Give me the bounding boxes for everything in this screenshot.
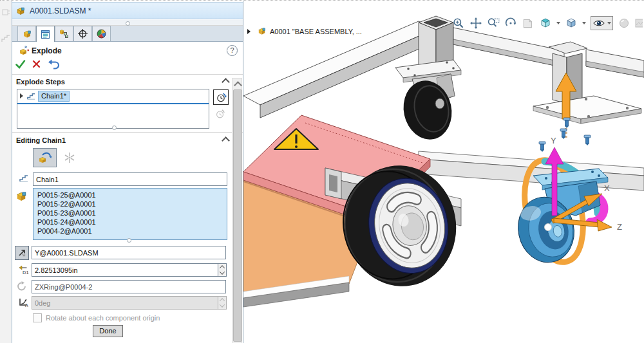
explode-feature-icon xyxy=(18,45,30,57)
displaymanager-tab[interactable] xyxy=(92,26,111,41)
rotate-view-icon[interactable] xyxy=(504,17,517,30)
explode-step-time-disabled-button xyxy=(214,108,226,120)
panel-title: Explode xyxy=(32,46,62,55)
caster-mount-plate[interactable] xyxy=(533,96,641,124)
tree-root-label[interactable]: A0001 "BASE ASSEMBLY, ... xyxy=(270,28,362,35)
feature-tree-edge-strip xyxy=(0,1,12,343)
configurationmanager-tab[interactable] xyxy=(55,26,73,41)
ok-button[interactable] xyxy=(15,59,26,70)
assembly-icon xyxy=(257,26,267,36)
section-view-icon[interactable] xyxy=(539,17,552,30)
rotation-angle-input xyxy=(32,296,218,310)
scrollbar-thumb[interactable] xyxy=(233,89,242,342)
expand-step-icon[interactable] xyxy=(20,93,23,98)
collapse-editing-icon[interactable] xyxy=(222,136,230,145)
configurationmanager-icon xyxy=(59,28,70,39)
document-title: A0001.SLDASM * xyxy=(30,6,91,15)
radial-explode-icon xyxy=(62,151,77,165)
clock-arrow-gray-icon xyxy=(214,108,226,120)
angle-icon-label: A xyxy=(25,303,28,308)
rotation-axis-icon xyxy=(16,281,28,292)
chain-pattern-button[interactable] xyxy=(33,148,57,167)
component-item[interactable]: P0015-25@A0001 xyxy=(33,190,227,199)
display-style-caret-icon[interactable] xyxy=(582,22,586,24)
explode-distance-input[interactable] xyxy=(32,263,218,277)
displaymanager-colorwheel-icon xyxy=(96,28,107,39)
zoom-to-fit-icon[interactable] xyxy=(452,17,465,30)
chain-pattern-icon xyxy=(37,150,53,165)
featuremanager-tab[interactable] xyxy=(17,26,36,41)
done-button[interactable]: Done xyxy=(93,325,123,337)
frame-rail-top[interactable] xyxy=(453,28,564,68)
faint-steps-icon xyxy=(1,34,10,43)
rotate-origin-checkbox xyxy=(33,313,42,322)
assembly-document-icon xyxy=(15,6,26,16)
components-list[interactable]: P0015-25@A0001P0015-22@A0001P0015-23@A00… xyxy=(33,188,227,240)
flyout-feature-tree[interactable]: A0001 "BASE ASSEMBLY, ... xyxy=(247,26,362,36)
explode-step-row[interactable]: Chain1* xyxy=(17,89,209,102)
mounted-caster[interactable] xyxy=(395,60,461,144)
clock-arrow-icon xyxy=(215,91,227,104)
chain-name-icon xyxy=(19,173,29,183)
direction-arrow-icon xyxy=(17,248,27,258)
action-row xyxy=(15,59,60,70)
panel-title-bar: A0001.SLDASM * xyxy=(12,2,243,19)
insertion-line xyxy=(17,103,209,104)
splitter-handle[interactable] xyxy=(126,21,130,26)
panel-scrollbar[interactable] xyxy=(232,78,242,343)
list-resize-handle[interactable] xyxy=(127,238,131,243)
undo-button[interactable] xyxy=(47,59,60,70)
component-item[interactable]: P0015-24@A0001 xyxy=(33,218,227,227)
section-view-caret-icon[interactable] xyxy=(556,22,560,24)
rotation-axis-input[interactable] xyxy=(32,280,226,293)
propertymanager-icon xyxy=(40,29,51,40)
component-item[interactable]: P0004-2@A0001 xyxy=(33,227,227,236)
radial-step-disabled-button xyxy=(61,149,78,166)
dimxpertmanager-tab[interactable] xyxy=(73,26,92,41)
explode-step-time-button[interactable] xyxy=(213,89,229,105)
previous-view-icon xyxy=(522,17,535,30)
scroll-up-icon[interactable] xyxy=(234,81,242,89)
chain-step-icon xyxy=(26,91,36,101)
hide-show-caret-icon[interactable] xyxy=(607,22,611,24)
component-item[interactable]: P0015-23@A0001 xyxy=(33,209,227,218)
hide-show-items-button[interactable] xyxy=(591,16,613,30)
rotation-angle-icon: A xyxy=(17,297,30,309)
explode-steps-list[interactable]: Chain1* xyxy=(17,89,209,129)
cancel-button[interactable] xyxy=(32,59,41,69)
explode-steps-label: Explode Steps xyxy=(16,78,65,86)
exploded-caster[interactable]: Y X Z xyxy=(512,136,622,268)
explode-step-name[interactable]: Chain1* xyxy=(38,91,70,102)
list-resize-handle[interactable] xyxy=(112,125,117,130)
panel-splitter[interactable] xyxy=(12,20,243,26)
explode-direction-input[interactable] xyxy=(32,246,226,259)
featuremanager-icon xyxy=(22,29,32,39)
collapse-explode-steps-icon[interactable] xyxy=(222,78,230,86)
explode-distance-icon: D1 xyxy=(17,264,29,275)
rotate-origin-label: Rotate about each component origin xyxy=(46,314,160,322)
angle-spinner-disabled xyxy=(218,296,227,310)
triad-origin-dot[interactable] xyxy=(545,224,552,231)
graphics-viewport[interactable]: Y X Z A0001 "BASE ASSEMBLY, ... xyxy=(243,1,644,343)
reverse-direction-button[interactable] xyxy=(15,246,29,260)
components-icon xyxy=(15,190,28,203)
rotate-origin-row: Rotate about each component origin xyxy=(33,313,160,322)
zoom-to-area-icon[interactable] xyxy=(487,17,500,30)
chain-name-input[interactable] xyxy=(33,172,227,186)
divider xyxy=(12,74,243,75)
divider xyxy=(12,132,243,133)
propertymanager-tab[interactable] xyxy=(36,26,55,42)
tree-expand-icon[interactable] xyxy=(247,29,251,34)
property-manager-body: Explode ? Explode Steps xyxy=(12,42,243,343)
manager-tabs xyxy=(12,26,243,42)
axis-label-x: X xyxy=(604,183,610,193)
help-icon[interactable]: ? xyxy=(227,45,238,56)
editing-chain-label: Editing Chain1 xyxy=(16,136,66,144)
distance-spinner[interactable] xyxy=(218,263,227,277)
axis-label-y: Y xyxy=(551,136,556,145)
component-item[interactable]: P0015-22@A0001 xyxy=(33,199,227,209)
assembly-3d-scene: Y X Z xyxy=(243,1,644,343)
display-style-icon[interactable] xyxy=(565,17,578,30)
dimxpert-target-icon xyxy=(77,28,88,39)
pan-icon[interactable] xyxy=(469,17,482,30)
